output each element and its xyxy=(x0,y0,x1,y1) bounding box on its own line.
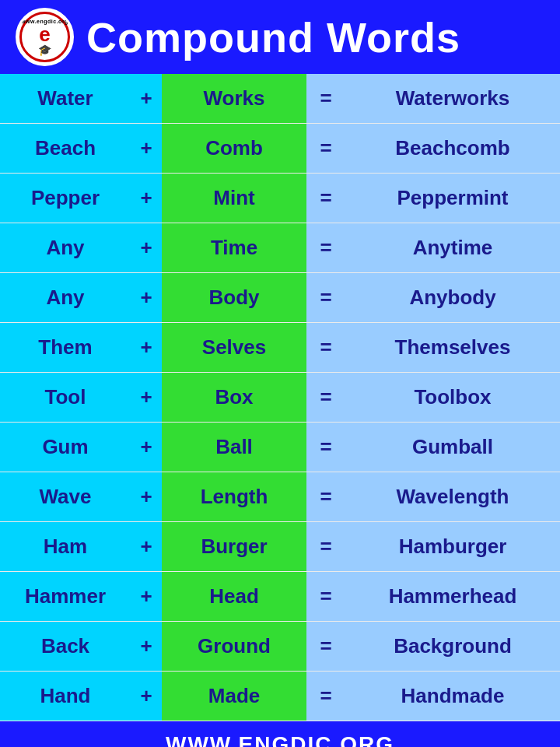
cell-plus: + xyxy=(131,273,162,322)
compound-word: Waterworks xyxy=(396,86,509,110)
compound-word: Themselves xyxy=(395,335,511,359)
cell-result: Peppermint xyxy=(345,174,560,223)
table-row: Gum + Ball = Gumball xyxy=(0,423,560,472)
table-row: Hammer + Head = Hammerhead xyxy=(0,572,560,622)
cell-result: Waterworks xyxy=(345,74,560,123)
cell-mid: Selves xyxy=(162,323,306,372)
word-part1: Wave xyxy=(40,485,92,509)
cell-result: Anybody xyxy=(345,273,560,322)
equals-symbol: = xyxy=(320,584,331,608)
word-part1: Back xyxy=(41,634,89,658)
plus-symbol: + xyxy=(140,86,152,110)
word-part1: Them xyxy=(38,335,92,359)
word-part2: Mint xyxy=(213,186,254,210)
cell-mid: Ball xyxy=(162,423,306,472)
word-part2: Made xyxy=(208,684,260,708)
logo: www.engdic.org e 🎓 xyxy=(16,8,74,66)
footer-url: WWW.ENGDIC.ORG xyxy=(166,732,394,747)
cell-mid: Made xyxy=(162,672,306,721)
cell-equals: = xyxy=(306,223,345,272)
equals-symbol: = xyxy=(320,335,331,359)
cell-plus: + xyxy=(131,572,162,621)
table-row: Wave + Length = Wavelength xyxy=(0,472,560,522)
compound-word: Background xyxy=(394,634,512,658)
word-part1: Hammer xyxy=(25,584,106,608)
cell-result: Wavelength xyxy=(345,472,560,521)
word-part1: Any xyxy=(46,286,84,310)
word-part2: Selves xyxy=(202,335,266,359)
cell-mid: Head xyxy=(162,572,306,621)
cell-mid: Mint xyxy=(162,174,306,223)
cell-mid: Works xyxy=(162,74,306,123)
cell-left: Water xyxy=(0,74,131,123)
cell-equals: = xyxy=(306,423,345,472)
logo-letter: e xyxy=(39,24,50,44)
cell-result: Themselves xyxy=(345,323,560,372)
plus-symbol: + xyxy=(140,435,152,459)
cell-result: Gumball xyxy=(345,423,560,472)
table-row: Tool + Box = Toolbox xyxy=(0,373,560,423)
page-header: www.engdic.org e 🎓 Compound Words xyxy=(0,0,560,74)
cell-plus: + xyxy=(131,472,162,521)
word-part2: Burger xyxy=(201,535,267,559)
word-part1: Tool xyxy=(45,385,86,409)
word-part2: Ground xyxy=(198,634,271,658)
cell-equals: = xyxy=(306,572,345,621)
plus-symbol: + xyxy=(140,236,152,260)
cell-mid: Burger xyxy=(162,522,306,571)
page-title: Compound Words xyxy=(86,13,460,61)
equals-symbol: = xyxy=(320,485,331,509)
compound-word: Peppermint xyxy=(397,186,508,210)
equals-symbol: = xyxy=(320,684,331,708)
table-row: Pepper + Mint = Peppermint xyxy=(0,174,560,223)
cell-equals: = xyxy=(306,672,345,721)
cell-plus: + xyxy=(131,672,162,721)
word-part1: Ham xyxy=(44,535,87,559)
cell-result: Hammerhead xyxy=(345,572,560,621)
compound-word: Wavelength xyxy=(397,485,509,509)
word-part1: Any xyxy=(46,236,84,260)
plus-symbol: + xyxy=(140,634,152,658)
cell-result: Toolbox xyxy=(345,373,560,422)
cell-left: Any xyxy=(0,223,131,272)
equals-symbol: = xyxy=(320,236,331,260)
equals-symbol: = xyxy=(320,385,331,409)
word-part2: Time xyxy=(211,236,257,260)
cell-plus: + xyxy=(131,622,162,671)
compound-word: Toolbox xyxy=(414,385,491,409)
table-row: Back + Ground = Background xyxy=(0,622,560,672)
cell-left: Pepper xyxy=(0,174,131,223)
cell-equals: = xyxy=(306,273,345,322)
cell-equals: = xyxy=(306,124,345,173)
word-part1: Pepper xyxy=(31,186,100,210)
cell-mid: Comb xyxy=(162,124,306,173)
word-part2: Ball xyxy=(215,435,253,459)
cell-left: Gum xyxy=(0,423,131,472)
compound-words-table: Water + Works = Waterworks Beach + Comb xyxy=(0,74,560,721)
cell-left: Tool xyxy=(0,373,131,422)
plus-symbol: + xyxy=(140,286,152,310)
cell-plus: + xyxy=(131,74,162,123)
table-row: Them + Selves = Themselves xyxy=(0,323,560,373)
equals-symbol: = xyxy=(320,634,331,658)
plus-symbol: + xyxy=(140,335,152,359)
cell-left: Hammer xyxy=(0,572,131,621)
cell-left: Them xyxy=(0,323,131,372)
plus-symbol: + xyxy=(140,584,152,608)
equals-symbol: = xyxy=(320,86,331,110)
equals-symbol: = xyxy=(320,136,331,160)
table-row: Ham + Burger = Hamburger xyxy=(0,522,560,572)
cell-plus: + xyxy=(131,423,162,472)
word-part1: Beach xyxy=(35,136,96,160)
cell-equals: = xyxy=(306,174,345,223)
cell-mid: Length xyxy=(162,472,306,521)
cell-mid: Ground xyxy=(162,622,306,671)
plus-symbol: + xyxy=(140,186,152,210)
cell-result: Background xyxy=(345,622,560,671)
compound-word: Handmade xyxy=(401,684,505,708)
cell-left: Back xyxy=(0,622,131,671)
cell-mid: Time xyxy=(162,223,306,272)
cell-left: Hand xyxy=(0,672,131,721)
plus-symbol: + xyxy=(140,485,152,509)
cell-equals: = xyxy=(306,472,345,521)
